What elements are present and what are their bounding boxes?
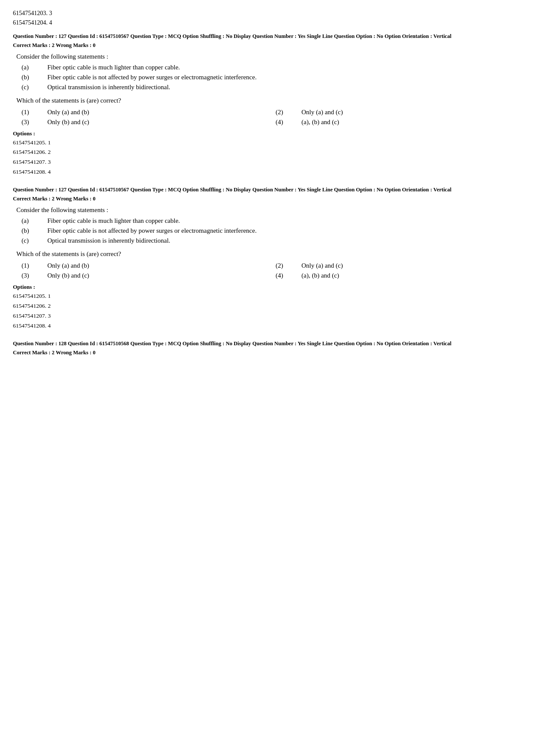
option-item-1-1: (2)Only (a) and (c) — [267, 262, 521, 269]
opt-num-0-0: (1) — [13, 109, 47, 116]
top-ids-section: 61547541203. 3 61547541204. 4 — [13, 9, 521, 28]
opt-text-1-0: Only (a) and (b) — [47, 262, 267, 269]
stmt-label-1-1: (b) — [13, 227, 47, 234]
stmt-text-1-2: Optical transmission is inherently bidir… — [47, 237, 521, 244]
marks-line-0: Correct Marks : 2 Wrong Marks : 0 — [13, 42, 521, 49]
stmt-text-0-1: Fiber optic cable is not affected by pow… — [47, 74, 521, 81]
options-grid-0: (1)Only (a) and (b)(2)Only (a) and (c)(3… — [13, 109, 521, 126]
question-meta-1: Question Number : 127 Question Id : 6154… — [13, 186, 521, 194]
option-id-1-1: 61547541206. 2 — [13, 301, 521, 311]
option-id-0-2: 61547541207. 3 — [13, 157, 521, 167]
stmt-text-0-0: Fiber optic cable is much lighter than c… — [47, 64, 521, 71]
opt-num-1-1: (2) — [267, 262, 301, 269]
opt-num-1-3: (4) — [267, 272, 301, 279]
statement-list-0: (a)Fiber optic cable is much lighter tha… — [13, 64, 521, 91]
opt-num-0-3: (4) — [267, 119, 301, 126]
stmt-text-1-1: Fiber optic cable is not affected by pow… — [47, 227, 521, 234]
opt-text-1-3: (a), (b) and (c) — [301, 272, 521, 279]
statement-item-0-0: (a)Fiber optic cable is much lighter tha… — [13, 64, 521, 71]
opt-num-0-2: (3) — [13, 119, 47, 126]
stmt-text-1-0: Fiber optic cable is much lighter than c… — [47, 217, 521, 225]
option-item-0-2: (3)Only (b) and (c) — [13, 119, 267, 126]
question-intro-1: Consider the following statements : — [16, 206, 521, 214]
opt-text-0-3: (a), (b) and (c) — [301, 119, 521, 126]
stmt-label-1-2: (c) — [13, 237, 47, 244]
top-id-2: 61547541204. 4 — [13, 18, 521, 28]
question-meta-0: Question Number : 127 Question Id : 6154… — [13, 32, 521, 41]
top-id-1: 61547541203. 3 — [13, 9, 521, 18]
marks-line-1: Correct Marks : 2 Wrong Marks : 0 — [13, 196, 521, 202]
option-id-0-1: 61547541206. 2 — [13, 147, 521, 157]
option-item-1-2: (3)Only (b) and (c) — [13, 272, 267, 279]
opt-num-0-1: (2) — [267, 109, 301, 116]
statement-item-0-2: (c)Optical transmission is inherently bi… — [13, 84, 521, 91]
opt-text-1-2: Only (b) and (c) — [47, 272, 267, 279]
question-block-0: Question Number : 127 Question Id : 6154… — [13, 32, 521, 178]
question-intro-0: Consider the following statements : — [16, 53, 521, 60]
which-text-1: Which of the statements is (are) correct… — [16, 250, 521, 258]
opt-num-1-0: (1) — [13, 262, 47, 269]
stmt-text-0-2: Optical transmission is inherently bidir… — [47, 84, 521, 91]
option-id-1-3: 61547541208. 4 — [13, 321, 521, 331]
opt-num-1-2: (3) — [13, 272, 47, 279]
stmt-label-0-0: (a) — [13, 64, 47, 71]
options-grid-1: (1)Only (a) and (b)(2)Only (a) and (c)(3… — [13, 262, 521, 279]
statement-item-0-1: (b)Fiber optic cable is not affected by … — [13, 74, 521, 81]
option-item-1-0: (1)Only (a) and (b) — [13, 262, 267, 269]
option-id-1-2: 61547541207. 3 — [13, 311, 521, 321]
option-id-list-1: 61547541205. 161547541206. 261547541207.… — [13, 291, 521, 331]
question-block-1: Question Number : 127 Question Id : 6154… — [13, 186, 521, 331]
which-text-0: Which of the statements is (are) correct… — [16, 97, 521, 104]
marks-line-2: Correct Marks : 2 Wrong Marks : 0 — [13, 350, 521, 356]
stmt-label-0-2: (c) — [13, 84, 47, 91]
question-block-2: Question Number : 128 Question Id : 6154… — [13, 340, 521, 356]
question-meta-2: Question Number : 128 Question Id : 6154… — [13, 340, 521, 348]
opt-text-1-1: Only (a) and (c) — [301, 262, 521, 269]
statement-item-1-2: (c)Optical transmission is inherently bi… — [13, 237, 521, 244]
statement-item-1-1: (b)Fiber optic cable is not affected by … — [13, 227, 521, 234]
opt-text-0-2: Only (b) and (c) — [47, 119, 267, 126]
option-item-0-0: (1)Only (a) and (b) — [13, 109, 267, 116]
options-label-1: Options : — [13, 284, 521, 291]
stmt-label-1-0: (a) — [13, 217, 47, 225]
statement-list-1: (a)Fiber optic cable is much lighter tha… — [13, 217, 521, 244]
opt-text-0-0: Only (a) and (b) — [47, 109, 267, 116]
statement-item-1-0: (a)Fiber optic cable is much lighter tha… — [13, 217, 521, 225]
option-id-list-0: 61547541205. 161547541206. 261547541207.… — [13, 138, 521, 178]
option-item-0-3: (4)(a), (b) and (c) — [267, 119, 521, 126]
options-label-0: Options : — [13, 130, 521, 137]
option-id-0-0: 61547541205. 1 — [13, 138, 521, 148]
opt-text-0-1: Only (a) and (c) — [301, 109, 521, 116]
stmt-label-0-1: (b) — [13, 74, 47, 81]
option-item-1-3: (4)(a), (b) and (c) — [267, 272, 521, 279]
option-item-0-1: (2)Only (a) and (c) — [267, 109, 521, 116]
option-id-1-0: 61547541205. 1 — [13, 291, 521, 301]
option-id-0-3: 61547541208. 4 — [13, 167, 521, 177]
